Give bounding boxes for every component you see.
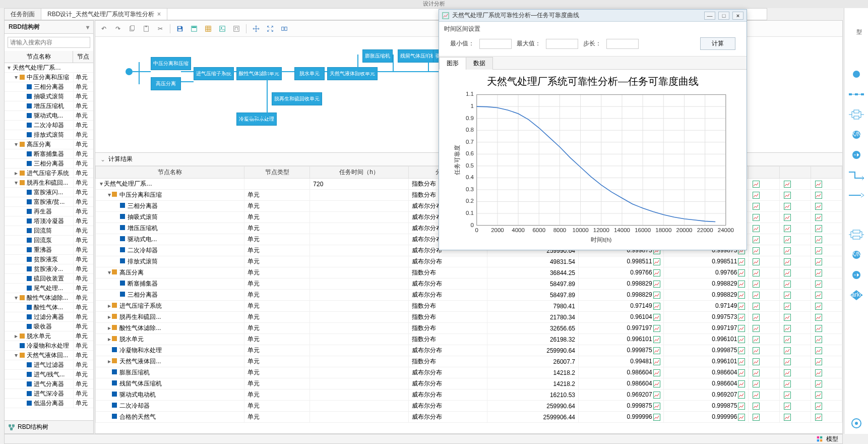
chart-icon[interactable] — [738, 314, 745, 321]
chart-icon[interactable] — [815, 192, 822, 199]
tree-row[interactable]: 进气分离器单元 — [5, 379, 93, 389]
tree-row[interactable]: ▾中压分离和压缩单元 — [5, 73, 93, 82]
chart-icon[interactable] — [753, 192, 760, 199]
chart-icon[interactable] — [784, 281, 791, 288]
chart-icon[interactable] — [784, 314, 791, 321]
expander-icon[interactable]: ▸ — [107, 313, 112, 320]
chevron-down-icon[interactable]: ▾ — [86, 24, 89, 31]
tree-row[interactable]: 低温分离器单元 — [5, 399, 93, 408]
tree-row[interactable]: 进气深冷器单元 — [5, 389, 93, 399]
chart-icon[interactable] — [753, 281, 760, 288]
step-input[interactable] — [606, 39, 639, 49]
chart-icon[interactable] — [815, 369, 822, 376]
chart-icon[interactable] — [815, 214, 822, 221]
chart-icon[interactable] — [815, 258, 822, 265]
rbd-block[interactable]: 进气压缩子系统 — [194, 67, 234, 80]
chart-icon[interactable] — [753, 258, 760, 265]
tree-row[interactable]: 硫回收装置单元 — [5, 274, 93, 284]
tree-row[interactable]: 酸性气体...单元 — [5, 303, 93, 312]
search-input[interactable] — [8, 37, 90, 48]
table-row[interactable]: ▸ 脱再生和硫回...单元指数分布21780.340.961040.997573 — [96, 312, 842, 323]
chart-icon[interactable] — [815, 292, 822, 299]
chart-icon[interactable] — [815, 181, 822, 188]
chart-icon[interactable] — [753, 247, 760, 254]
tab-chart[interactable]: 图形 — [439, 57, 466, 70]
chart-icon[interactable] — [815, 225, 822, 232]
rbd-start-node[interactable] — [126, 68, 133, 75]
tree-row[interactable]: ▸脱水单元单元 — [5, 331, 93, 341]
tree-row[interactable]: 增压压缩机单元 — [5, 101, 93, 111]
expander-icon[interactable]: ▸ — [107, 302, 112, 309]
tree-row[interactable]: 排放式滚筒单元 — [5, 130, 93, 140]
palette-arrow-icon[interactable] — [848, 190, 864, 201]
table-row[interactable]: 断塞捕集器单元威布尔分布58497.890.9988290.998829 — [96, 279, 842, 290]
chart-icon[interactable] — [738, 369, 745, 376]
rbd-block[interactable]: 冷凝物和水处理 — [236, 113, 277, 126]
chart-icon[interactable] — [753, 347, 760, 354]
tree-row[interactable]: 冷凝物和水处理单元 — [5, 341, 93, 351]
chart-icon[interactable] — [738, 403, 745, 410]
maximize-button[interactable]: □ — [718, 12, 729, 20]
chart-icon[interactable] — [784, 347, 791, 354]
tree-row[interactable]: 贫胺液冷...单元 — [5, 264, 93, 274]
window-titlebar[interactable]: 天然气处理厂系统可靠性分析—任务可靠度曲线 — □ × — [439, 10, 747, 22]
chart-icon[interactable] — [784, 236, 791, 243]
palette-path-icon[interactable] — [848, 170, 864, 181]
table-icon[interactable] — [203, 23, 214, 34]
chart-icon[interactable] — [784, 214, 791, 221]
chart-icon[interactable] — [784, 192, 791, 199]
image-icon[interactable] — [217, 23, 228, 34]
chart-icon[interactable] — [738, 292, 745, 299]
fit-icon[interactable] — [279, 23, 290, 34]
chart-icon[interactable] — [784, 325, 791, 332]
tree-row[interactable]: 进气过滤器单元 — [5, 360, 93, 370]
table-row[interactable]: ▸ 酸性气体滤除...单元指数分布32656.650.9971970.99719… — [96, 323, 842, 334]
table-row[interactable]: 驱动式电动机单元威布尔分布16210.530.9692070.969207 — [96, 390, 842, 401]
close-button[interactable]: × — [732, 12, 743, 20]
chart-icon[interactable] — [784, 336, 791, 343]
chart-icon[interactable] — [784, 303, 791, 310]
tab-task-profile[interactable]: 任务剖面 — [5, 9, 41, 20]
chart-icon[interactable] — [653, 269, 660, 276]
expander-icon[interactable]: ▾ — [99, 180, 104, 187]
rbd-block[interactable]: 酸性气体滤除单元 — [236, 67, 282, 80]
chart-icon[interactable] — [738, 303, 745, 310]
tab-data[interactable]: 数据 — [466, 57, 493, 70]
chart-icon[interactable] — [784, 203, 791, 210]
chart-icon[interactable] — [653, 258, 660, 265]
chart-icon[interactable] — [753, 325, 760, 332]
chart-icon[interactable] — [815, 281, 822, 288]
rbd-block[interactable]: 脱再生和硫回收单元 — [272, 92, 322, 105]
tree-row[interactable]: 回流筒单元 — [5, 226, 93, 236]
chart-icon[interactable] — [653, 347, 660, 354]
chart-icon[interactable] — [784, 247, 791, 254]
chart-icon[interactable] — [753, 292, 760, 299]
chart-icon[interactable] — [784, 392, 791, 399]
move-icon[interactable] — [251, 23, 262, 34]
table-row[interactable]: 合格的天然气单元威布尔分布2599906.440.9999960.999996 — [96, 412, 842, 423]
expander-icon[interactable]: ▸ — [14, 332, 19, 340]
chart-icon[interactable] — [815, 303, 822, 310]
redo-icon[interactable]: ↷ — [112, 23, 123, 34]
table-row[interactable]: 膨胀压缩机单元威布尔分布14218.20.9866040.986604 — [96, 367, 842, 378]
paste-icon[interactable] — [141, 23, 152, 34]
tree-row[interactable]: ▸进气压缩子系统单元 — [5, 169, 93, 178]
tree-row[interactable]: 重沸器单元 — [5, 245, 93, 255]
chart-icon[interactable] — [815, 403, 822, 410]
palette-kn2-icon[interactable]: K/N — [848, 249, 864, 260]
tree-row[interactable]: ▾天然气液体回...单元 — [5, 351, 93, 360]
min-input[interactable] — [479, 39, 512, 49]
table-row[interactable]: 二次冷却器单元威布尔分布259990.640.9998750.999875 — [96, 401, 842, 412]
chart-icon[interactable] — [784, 181, 791, 188]
tree-row[interactable]: ▾天然气处理厂系… — [5, 63, 93, 73]
chart-icon[interactable] — [784, 380, 791, 387]
chart-icon[interactable] — [815, 236, 822, 243]
max-input[interactable] — [546, 39, 578, 49]
palette-group-icon[interactable] — [848, 229, 864, 240]
chart-icon[interactable] — [753, 358, 760, 365]
table-row[interactable]: ▸ 进气压缩子系统单元指数分布7980.410.971490.97149 — [96, 301, 842, 312]
chart-icon[interactable] — [815, 380, 822, 387]
chart-icon[interactable] — [784, 258, 791, 265]
rbd-block[interactable]: 天然气液体回收单元 — [327, 67, 378, 80]
tree-row[interactable]: 吸收器单元 — [5, 322, 93, 331]
